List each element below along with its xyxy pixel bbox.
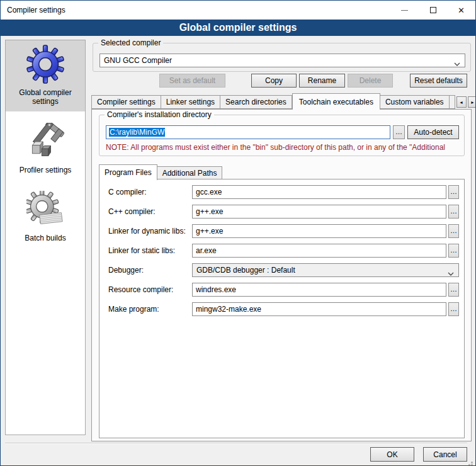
copy-button[interactable]: Copy <box>251 74 297 88</box>
minimize-icon <box>401 10 408 11</box>
blue-gear-icon <box>25 44 65 84</box>
dynamic-linker-input[interactable] <box>192 224 446 238</box>
ellipsis-icon: … <box>450 208 457 215</box>
debugger-select[interactable]: GDB/CDB debugger : Default <box>192 263 459 277</box>
field-row-static-linker: Linker for static libs: … <box>99 244 464 258</box>
installation-note: NOTE: All programs must exist either in … <box>106 143 459 152</box>
ellipsis-icon: … <box>450 305 457 312</box>
auto-detect-button[interactable]: Auto-detect <box>407 125 459 139</box>
tab-compiler-settings[interactable]: Compiler settings <box>91 95 161 109</box>
footer-divider <box>5 443 467 444</box>
selected-compiler-legend: Selected compiler <box>98 38 163 47</box>
chevron-down-icon <box>448 269 454 278</box>
window-controls: ✕ <box>390 1 475 20</box>
dialog-banner-title: Global compiler settings <box>179 22 297 33</box>
ellipsis-icon: … <box>450 227 457 234</box>
settings-category-list: Global compiler settings <box>5 40 86 435</box>
browse-c-compiler-button[interactable]: … <box>448 185 459 199</box>
field-row-make-program: Make program: … <box>99 302 464 316</box>
tab-additional-paths[interactable]: Additional Paths <box>157 166 223 179</box>
minimize-button[interactable] <box>390 1 419 20</box>
sidebar-item-label: Batch builds <box>25 234 65 242</box>
program-files-tabstrip: Program Files Additional Paths <box>99 164 222 179</box>
reset-defaults-button[interactable]: Reset defaults <box>410 74 467 88</box>
tab-scroll-arrows: ◄ ► <box>456 96 476 109</box>
tab-program-files[interactable]: Program Files <box>99 164 157 180</box>
arrow-left-icon: ◄ <box>459 100 463 105</box>
sidebar-item-global-compiler-settings[interactable]: Global compiler settings <box>6 40 85 111</box>
program-files-panel: C compiler: … C++ compiler: … Linker for… <box>99 179 465 438</box>
resource-compiler-input[interactable] <box>192 283 446 297</box>
browse-resource-compiler-button[interactable]: … <box>448 283 459 297</box>
installation-directory-legend: Compiler's installation directory <box>105 110 214 119</box>
sidebar-item-batch-builds[interactable]: Batch builds <box>6 186 85 247</box>
tab-build-options[interactable]: Build options <box>450 95 455 109</box>
cpp-compiler-input[interactable] <box>192 205 446 219</box>
ellipsis-icon: … <box>450 188 457 195</box>
field-row-c-compiler: C compiler: … <box>99 185 464 199</box>
tab-scroll-right-button[interactable]: ► <box>468 96 476 108</box>
ok-button[interactable]: OK <box>370 447 414 462</box>
make-program-input[interactable] <box>192 302 446 316</box>
c-compiler-input[interactable] <box>192 185 446 199</box>
caliper-icon <box>25 122 65 162</box>
tab-scroll-left-button[interactable]: ◄ <box>456 96 467 108</box>
cpp-compiler-label: C++ compiler: <box>108 207 156 216</box>
browse-cpp-compiler-button[interactable]: … <box>448 205 459 219</box>
debugger-label: Debugger: <box>108 266 144 275</box>
delete-button: Delete <box>348 74 393 88</box>
resize-grip-icon[interactable] <box>466 462 473 466</box>
installation-directory-selected-text: C:\raylib\MinGW <box>109 128 165 137</box>
set-as-default-button: Set as default <box>159 74 225 88</box>
ellipsis-icon: … <box>450 247 457 254</box>
tab-toolchain-executables[interactable]: Toolchain executables <box>292 93 380 110</box>
browse-dynamic-linker-button[interactable]: … <box>448 224 459 238</box>
field-row-cpp-compiler: C++ compiler: … <box>99 205 464 219</box>
debugger-select-value: GDB/CDB debugger : Default <box>196 266 295 275</box>
field-row-dynamic-linker: Linker for dynamic libs: … <box>99 224 464 238</box>
browse-directory-button[interactable]: … <box>393 125 405 139</box>
rename-button[interactable]: Rename <box>299 74 345 88</box>
selected-compiler-groupbox: Selected compiler GNU GCC Compiler <box>93 43 471 72</box>
tab-custom-variables[interactable]: Custom variables <box>380 95 450 109</box>
field-row-resource-compiler: Resource compiler: … <box>99 283 464 297</box>
sidebar-item-label: Global compiler settings <box>8 88 82 106</box>
ellipsis-icon: … <box>395 128 402 135</box>
compiler-settings-window: Compiler settings ✕ Global compiler sett… <box>0 0 476 466</box>
installation-directory-groupbox: Compiler's installation directory C:\ray… <box>99 115 465 156</box>
compiler-select-value: GNU GCC Compiler <box>104 56 172 65</box>
tab-search-directories[interactable]: Search directories <box>220 95 292 109</box>
chevron-down-icon <box>454 59 460 68</box>
c-compiler-label: C compiler: <box>108 188 147 196</box>
static-linker-label: Linker for static libs: <box>108 246 175 255</box>
installation-directory-input[interactable]: C:\raylib\MinGW <box>106 125 390 139</box>
close-icon: ✕ <box>458 6 465 14</box>
titlebar: Compiler settings ✕ <box>1 1 475 20</box>
arrow-right-icon: ► <box>470 100 475 105</box>
gray-gear-stack-icon <box>25 190 65 230</box>
window-title: Compiler settings <box>1 6 65 14</box>
resource-compiler-label: Resource compiler: <box>108 285 173 294</box>
settings-tabstrip: Compiler settings Linker settings Search… <box>91 93 472 109</box>
toolchain-executables-panel: Compiler's installation directory C:\ray… <box>91 109 472 441</box>
maximize-button[interactable] <box>419 1 447 20</box>
compiler-select[interactable]: GNU GCC Compiler <box>99 54 465 67</box>
sidebar-item-label: Profiler settings <box>20 166 72 174</box>
field-row-debugger: Debugger: GDB/CDB debugger : Default <box>99 263 464 277</box>
ellipsis-icon: … <box>450 286 457 293</box>
sidebar-item-profiler-settings[interactable]: Profiler settings <box>6 118 85 179</box>
maximize-icon <box>430 7 436 13</box>
browse-make-program-button[interactable]: … <box>448 302 459 316</box>
dynamic-linker-label: Linker for dynamic libs: <box>108 227 186 236</box>
browse-static-linker-button[interactable]: … <box>448 244 459 258</box>
dialog-banner: Global compiler settings <box>1 20 475 36</box>
tab-linker-settings[interactable]: Linker settings <box>161 95 220 109</box>
make-program-label: Make program: <box>108 305 159 314</box>
cancel-button[interactable]: Cancel <box>423 447 467 462</box>
close-button[interactable]: ✕ <box>447 1 475 20</box>
static-linker-input[interactable] <box>192 244 446 258</box>
